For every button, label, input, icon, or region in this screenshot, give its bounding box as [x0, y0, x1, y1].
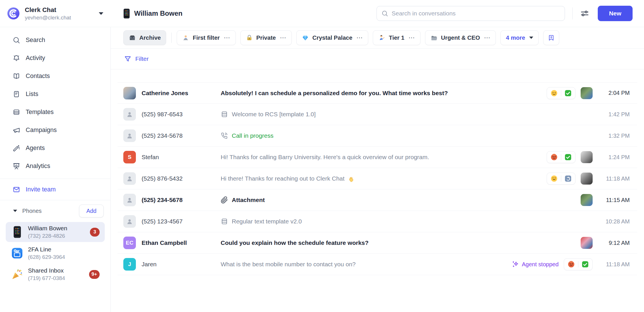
card-index-dividers-emoji [430, 34, 438, 41]
assignee-avatar [581, 237, 593, 249]
conversation-row[interactable]: (525) 234-5678 Call in progress 1:32 PM [118, 125, 637, 147]
conversation-row[interactable]: S Stefan Hi! Thanks for calling Barry Un… [118, 147, 637, 168]
assignee-avatar [581, 173, 593, 185]
book-icon [13, 72, 20, 80]
sidebar-item-contacts[interactable]: Contacts [0, 67, 110, 85]
divider [578, 261, 578, 267]
phones-section-header: Phones Add [0, 200, 110, 221]
conversation-time: 11:18 AM [598, 261, 630, 268]
person-silhouette-icon [126, 196, 133, 204]
sidebar-item-templates[interactable]: Templates [0, 103, 110, 121]
filter-chip-crystal-palace[interactable]: Crystal Palace ⋯ [296, 30, 368, 45]
reaction-pill[interactable] [547, 151, 575, 163]
person-silhouette-icon [126, 175, 133, 182]
phone-number: (732) 228-4826 [28, 233, 67, 239]
more-filters-chip[interactable]: 4 more [500, 30, 538, 45]
conversation-row[interactable]: Catherine Jones Absolutely! I can schedu… [118, 82, 637, 104]
filter-settings-button[interactable] [580, 9, 589, 18]
phone-item-shared-inbox[interactable]: Shared Inbox (719) 677-0384 9+ [6, 264, 105, 284]
chip-menu-icon[interactable]: ⋯ [484, 34, 490, 41]
enraged-face-emoji [567, 261, 575, 268]
sidebar-item-activity[interactable]: Activity [0, 49, 110, 67]
filter-chip-label: Urgent & CEO [441, 34, 480, 41]
waving-hand-emoji [348, 175, 355, 182]
avatar: S [123, 151, 136, 163]
conversation-time: 9:12 AM [598, 240, 630, 246]
filter-chip-label: Crystal Palace [312, 34, 352, 41]
person-silhouette-icon [126, 132, 133, 139]
key-app-emoji [11, 247, 23, 259]
filter-chip-label: Tier 1 [389, 34, 404, 41]
conversation-row[interactable]: (525) 876-5432 Hi there! Thanks for reac… [118, 168, 637, 189]
avatar [123, 194, 136, 206]
sidebar-item-campaigns[interactable]: Campaigns [0, 121, 110, 139]
conversation-name: (525) 876-5432 [142, 175, 221, 182]
phone-name: 2FA Line [28, 246, 65, 253]
divider [171, 33, 172, 43]
filter-bar: Filter [111, 49, 644, 69]
filter-chip-archive[interactable]: Archive [123, 30, 166, 45]
enraged-face-emoji [550, 153, 558, 161]
sidebar-item-search[interactable]: Search [0, 31, 110, 49]
avatar [123, 215, 136, 228]
arrow-curving-emoji [564, 175, 572, 182]
card-file-box-emoji [129, 34, 136, 41]
agent-stopped-flag: Agent stopped [512, 261, 559, 268]
sidebar-item-agents[interactable]: Agents [0, 139, 110, 157]
reaction-pill[interactable] [547, 173, 575, 185]
conversation-name: (525) 123-4567 [142, 218, 221, 225]
search-input[interactable] [392, 10, 560, 17]
reaction-pill[interactable] [564, 258, 593, 270]
filter-chip-first-filter[interactable]: First filter ⋯ [177, 30, 236, 45]
filter-chip-urgent-ceo[interactable]: Urgent & CEO ⋯ [425, 30, 496, 45]
chip-menu-icon[interactable]: ⋯ [224, 34, 230, 41]
chip-menu-icon[interactable]: ⋯ [356, 34, 363, 41]
save-filter-button[interactable] [543, 30, 559, 45]
phone-number: (628) 629-3964 [28, 254, 65, 260]
chevron-down-icon [99, 12, 103, 15]
filter-chip-tier-1[interactable]: Tier 1 ⋯ [373, 30, 420, 45]
phone-call-icon [221, 132, 228, 139]
sidebar-item-label: Search [26, 37, 45, 44]
person-silhouette-icon [126, 111, 133, 118]
avatar [123, 129, 136, 142]
workspace-email: yevhen@clerk.chat [25, 15, 71, 21]
assignee-avatar [581, 87, 593, 99]
chevron-down-icon [529, 37, 533, 39]
conversation-row[interactable]: EC Ethan Campbell Could you explain how … [118, 232, 637, 254]
conversation-time: 1:24 PM [598, 154, 630, 161]
conversation-name: Jaren [142, 261, 221, 268]
unread-badge: 9+ [89, 270, 100, 279]
conversation-row[interactable]: (525) 987-6543 Welcome to RCS [template … [118, 104, 637, 125]
filter-chip-private[interactable]: Private ⋯ [240, 30, 292, 45]
technologist-emoji [182, 34, 189, 41]
workspace-switcher[interactable]: Clerk Chat yevhen@clerk.chat [0, 0, 111, 27]
conversation-name: Stefan [142, 154, 221, 161]
add-phone-button[interactable]: Add [79, 205, 104, 217]
conversation-status: Call in progress [232, 132, 273, 139]
sidebar-item-analytics[interactable]: Analytics [0, 157, 110, 175]
template-icon [221, 218, 228, 225]
filter-chip-label: First filter [193, 34, 220, 41]
conversation-row[interactable]: (525) 234-5678 Attachment 11:15 AM [118, 189, 637, 211]
collapse-caret-icon[interactable] [13, 210, 17, 212]
avatar [123, 108, 136, 121]
conversation-preview: Could you explain how the schedule featu… [221, 239, 369, 246]
conversation-row[interactable]: (525) 123-4567 Regular text template v2.… [118, 211, 637, 232]
envelope-icon [13, 186, 20, 193]
new-conversation-button[interactable]: New [598, 6, 633, 21]
phone-item-william-bowen[interactable]: William Bowen (732) 228-4826 3 [6, 222, 105, 242]
reaction-pill[interactable] [547, 87, 575, 99]
workspace-name: Clerk Chat [25, 6, 71, 14]
filter-button[interactable]: Filter [135, 55, 149, 62]
assignee-avatar [581, 194, 593, 206]
search-conversations-box[interactable] [377, 6, 565, 21]
sidebar-item-lists[interactable]: Lists [0, 85, 110, 103]
avatar: J [123, 258, 136, 271]
chip-menu-icon[interactable]: ⋯ [408, 34, 415, 41]
funnel-icon [124, 55, 132, 63]
invite-team-button[interactable]: Invite team [0, 179, 110, 200]
chip-menu-icon[interactable]: ⋯ [280, 34, 286, 41]
conversation-row[interactable]: J Jaren What is the best mobile number t… [118, 254, 637, 275]
phone-item-2fa-line[interactable]: 2FA Line (628) 629-3964 [6, 243, 105, 263]
